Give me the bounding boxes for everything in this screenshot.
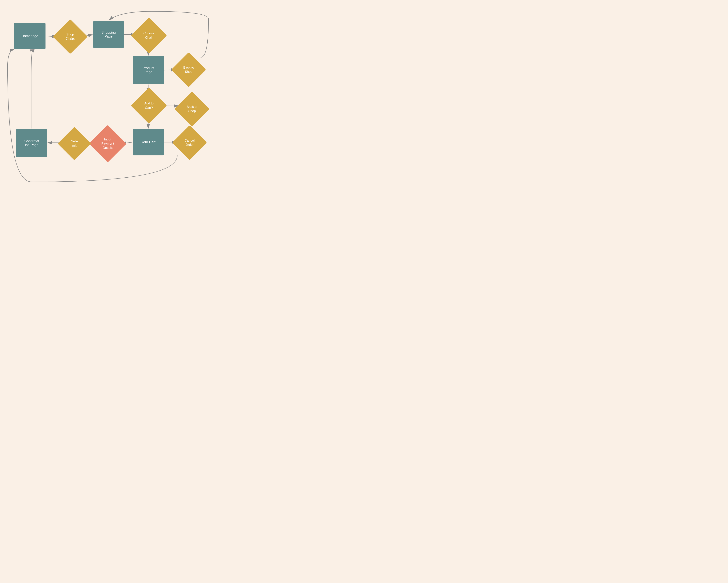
homepage-node: Homepage [14,23,46,49]
product-page-label: ProductPage [142,66,154,74]
input-payment-node: InputPaymentDetails [95,130,121,157]
back-to-shop-1-node: Back toShop [176,57,201,82]
confirmation-page-node: Confirmation Page [16,129,47,157]
add-to-cart-node: Add toCart? [136,93,162,118]
back-to-shop-1-label: Back toShop [183,65,194,74]
cancel-order-label: CancelOrder [185,138,195,147]
homepage-label: Homepage [21,34,38,38]
diagram-container: Homepage ShopChairs ShoppingPage ChooseC… [0,0,243,194]
back-to-shop-2-label: Back toShop [187,105,198,113]
your-cart-label: Your Cart [141,140,155,144]
your-cart-node: Your Cart [133,129,164,155]
shopping-page-label: ShoppingPage [101,30,115,38]
shop-chairs-label: ShopChairs [66,32,75,41]
add-to-cart-label: Add toCart? [144,101,154,110]
shop-chairs-node: ShopChairs [58,24,82,49]
choose-chair-label: ChooseChair [143,31,155,39]
confirmation-page-label: Confirmation Page [24,139,39,147]
shopping-page-node: ShoppingPage [93,21,124,48]
input-payment-label: InputPaymentDetails [101,137,114,150]
product-page-node: ProductPage [133,56,164,84]
submit-label: Sub-mit [71,139,78,148]
cancel-order-node: CancelOrder [177,130,202,155]
submit-node: Sub-mit [62,132,86,155]
choose-chair-node: ChooseChair [136,23,162,48]
back-to-shop-2-node: Back toShop [180,97,204,121]
